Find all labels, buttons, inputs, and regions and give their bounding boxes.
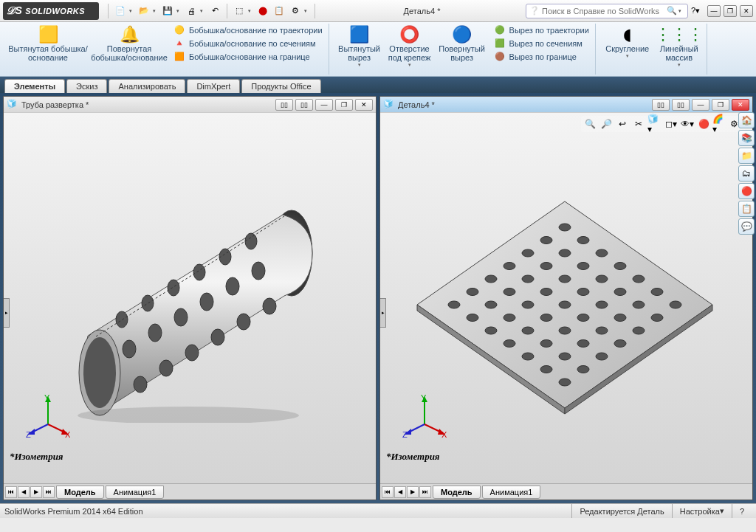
svg-point-55 <box>614 263 626 270</box>
doc-right-max-button[interactable]: ❐ <box>712 99 729 111</box>
doc-left-view1-button[interactable]: ▯▯ <box>275 99 293 111</box>
tab-dimxpert[interactable]: DimXpert <box>187 79 240 93</box>
svg-text:Z: Z <box>26 430 31 439</box>
tab-sketch[interactable]: Эскиз <box>66 79 107 93</box>
design-library-tab[interactable]: 📚 <box>738 130 755 146</box>
doc-left-titlebar[interactable]: 🧊 Труба развертка * ▯▯ ▯▯ — ❐ ✕ <box>4 97 376 113</box>
select-button[interactable]: ⬚ <box>232 4 247 18</box>
minimize-button[interactable]: — <box>707 5 721 17</box>
close-button[interactable]: ✕ <box>740 5 753 17</box>
boundary-boss-button[interactable]: 🟧Бобышка/основание на границе <box>170 50 326 63</box>
search-input[interactable] <box>542 7 665 15</box>
doc-left-tab-model[interactable]: Модель <box>56 486 104 499</box>
svg-point-64 <box>596 301 608 308</box>
forum-tab[interactable]: 💬 <box>738 218 755 235</box>
tab-nav-next[interactable]: ▶ <box>30 486 42 498</box>
svg-point-36 <box>522 249 534 257</box>
resources-tab[interactable]: 🏠 <box>738 112 755 128</box>
doc-left-min-button[interactable]: — <box>315 99 333 111</box>
hide-show-button[interactable]: 👁▾ <box>680 117 695 131</box>
custom-props-tab[interactable]: 📋 <box>738 201 755 217</box>
undo-button[interactable]: ↶ <box>207 4 222 18</box>
customize-button[interactable]: Настройка ▾ <box>672 504 732 518</box>
extruded-boss-button[interactable]: 🟨 Вытянутая бобышка/основание <box>7 24 89 62</box>
lofted-cut-button[interactable]: 🟩Вырез по сечениям <box>490 37 592 49</box>
doc-left-max-button[interactable]: ❐ <box>335 99 353 111</box>
svg-point-69 <box>651 289 663 296</box>
doc-left-tab-anim[interactable]: Анимация1 <box>106 486 165 499</box>
view-palette-tab[interactable]: 🗂 <box>738 165 755 182</box>
svg-text:X: X <box>441 430 447 439</box>
section-view-button[interactable]: ✂ <box>631 117 646 131</box>
save-button[interactable]: 💾 <box>160 4 175 18</box>
doc-left-close-button[interactable]: ✕ <box>355 99 373 111</box>
doc-right-tab-anim[interactable]: Анимация1 <box>482 486 541 499</box>
prev-view-button[interactable]: ↩ <box>615 117 630 131</box>
feature-tree-expand-right[interactable]: ▸ <box>380 298 386 328</box>
doc-right-viewport[interactable]: 🔍 🔎 ↩ ✂ 🧊▾ ◻▾ 👁▾ 🔴 🌈▾ ⚙▾ ▸ <box>380 113 752 483</box>
command-tabs: Элементы Эскиз Анализировать DimXpert Пр… <box>0 77 756 93</box>
settings-button[interactable]: ⚙ <box>288 4 303 18</box>
revolved-cut-button[interactable]: 🔵 Повернутый вырез <box>434 24 490 62</box>
tab-nav-last[interactable]: ⏭ <box>43 486 55 498</box>
revolved-boss-button[interactable]: 🔔 Повернутая бобышка/основание <box>89 24 170 62</box>
extruded-cut-icon: 🟦 <box>349 25 369 44</box>
view-orient-button[interactable]: 🧊▾ <box>647 117 662 131</box>
tab-nav-prev[interactable]: ◀ <box>18 486 30 498</box>
doc-right-close-button[interactable]: ✕ <box>732 99 749 111</box>
task-pane: 🏠 📚 📁 🗂 🔴 📋 💬 <box>738 112 756 235</box>
help-search[interactable]: ❔ 🔍 ▾ <box>526 4 688 18</box>
svg-point-43 <box>540 263 552 270</box>
appearance-button[interactable]: 🔴 <box>696 117 711 131</box>
zoom-fit-button[interactable]: 🔍 <box>583 117 597 131</box>
appearances-tab[interactable]: 🔴 <box>738 183 755 199</box>
doc-left-viewport[interactable]: ▸ <box>4 113 376 483</box>
file-explorer-tab[interactable]: 📁 <box>738 148 755 164</box>
tab-evaluate[interactable]: Анализировать <box>109 79 185 93</box>
svg-point-6 <box>200 293 213 311</box>
svg-point-54 <box>485 327 497 334</box>
tab-nav-first[interactable]: ⏮ <box>5 486 17 498</box>
lofted-boss-button[interactable]: 🔺Бобышка/основание по сечениям <box>170 37 326 49</box>
tab-nav-next-r[interactable]: ▶ <box>407 486 419 498</box>
heads-up-toolbar: 🔍 🔎 ↩ ✂ 🧊▾ ◻▾ 👁▾ 🔴 🌈▾ ⚙▾ <box>581 116 745 132</box>
svg-point-16 <box>142 295 154 311</box>
open-file-button[interactable]: 📂 <box>137 4 151 18</box>
doc-right-min-button[interactable]: — <box>692 99 709 111</box>
rebuild-button[interactable]: ⬤ <box>255 4 270 18</box>
zoom-area-button[interactable]: 🔎 <box>599 117 614 131</box>
scene-button[interactable]: 🌈▾ <box>712 117 727 131</box>
svg-point-20 <box>245 233 257 249</box>
doc-left-view-label: *Изометрия <box>10 451 63 463</box>
options-button[interactable]: 📋 <box>272 4 286 18</box>
search-go-icon[interactable]: 🔍 <box>665 6 678 15</box>
doc-right-view1-button[interactable]: ▯▯ <box>652 99 670 111</box>
linear-pattern-button[interactable]: ⋮⋮⋮ Линейный массив▾ <box>655 24 704 68</box>
doc-left-view2-button[interactable]: ▯▯ <box>295 99 313 111</box>
doc-right-view2-button[interactable]: ▯▯ <box>672 99 690 111</box>
print-button[interactable]: 🖨 <box>184 4 199 18</box>
help-dropdown[interactable]: ?▾ <box>688 4 703 18</box>
doc-right-tab-model[interactable]: Модель <box>433 486 481 499</box>
svg-point-40 <box>448 301 460 308</box>
tab-nav-last-r[interactable]: ⏭ <box>419 486 431 498</box>
tab-nav-prev-r[interactable]: ◀ <box>394 486 406 498</box>
doc-left-title: Труба развертка * <box>21 100 275 109</box>
display-style-button[interactable]: ◻▾ <box>664 117 678 131</box>
boundary-cut-icon: 🟤 <box>493 52 506 61</box>
fillet-button[interactable]: ◖ Скругление▾ <box>600 24 655 59</box>
hole-wizard-button[interactable]: ⭕ Отверстие под крепеж▾ <box>385 24 434 68</box>
svg-point-10 <box>159 360 173 376</box>
swept-cut-button[interactable]: 🟢Вырез по траектории <box>490 24 592 36</box>
maximize-button[interactable]: ❐ <box>724 5 737 17</box>
swept-boss-button[interactable]: 🟡Бобышка/основание по траектории <box>170 24 326 36</box>
feature-tree-expand[interactable]: ▸ <box>4 298 10 328</box>
boundary-cut-button[interactable]: 🟤Вырез по границе <box>490 50 592 63</box>
tab-office[interactable]: Продукты Office <box>241 79 320 93</box>
doc-right-titlebar[interactable]: 🧊 Деталь4 * ▯▯ ▯▯ — ❐ ✕ <box>380 97 752 113</box>
new-file-button[interactable]: 📄 <box>113 4 128 18</box>
tab-nav-first-r[interactable]: ⏮ <box>382 486 394 498</box>
help-status-button[interactable]: ? <box>732 504 752 518</box>
tab-features[interactable]: Элементы <box>4 79 65 93</box>
extruded-cut-button[interactable]: 🟦 Вытянутый вырез▾ <box>334 24 385 68</box>
